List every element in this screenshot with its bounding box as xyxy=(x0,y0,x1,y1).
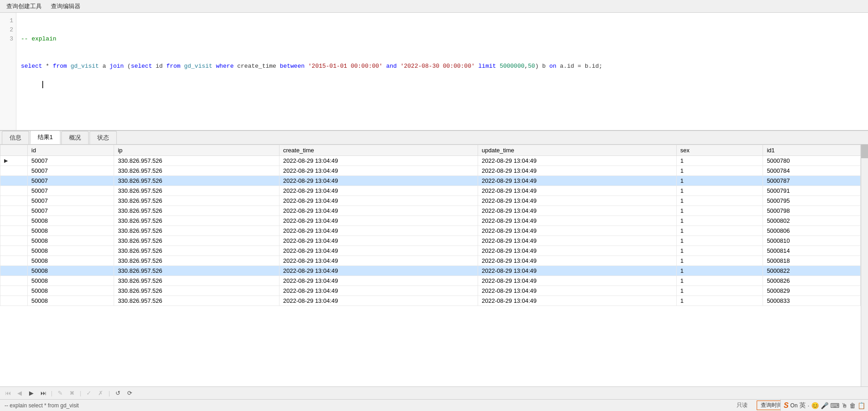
btn-next[interactable]: ▶ xyxy=(26,389,36,398)
table-row[interactable]: 50007330.826.957.5262022-08-29 13:04:492… xyxy=(0,166,861,176)
table-cell: 5000780 xyxy=(763,156,861,166)
table-row[interactable]: 50008330.826.957.5262022-08-29 13:04:492… xyxy=(0,216,861,226)
table-body: ▶50007330.826.957.5262022-08-29 13:04:49… xyxy=(0,156,861,306)
table-cell: 330.826.957.526 xyxy=(114,266,279,276)
table-cell: 330.826.957.526 xyxy=(114,236,279,246)
table-cell: 2022-08-29 13:04:49 xyxy=(478,186,677,196)
table-row[interactable]: 50008330.826.957.5262022-08-29 13:04:492… xyxy=(0,236,861,246)
btn-prev[interactable]: ◀ xyxy=(15,389,25,398)
row-indicator xyxy=(0,226,28,236)
results-table-wrapper[interactable]: id ip create_time update_time sex id1 ▶5… xyxy=(0,145,861,386)
table-cell: 2022-08-29 13:04:49 xyxy=(478,226,677,236)
btn-cancel-edit[interactable]: ✗ xyxy=(96,389,106,398)
menu-query-editor[interactable]: 查询编辑器 xyxy=(46,0,85,12)
col-header-update-time[interactable]: update_time xyxy=(478,145,677,156)
table-cell: 50008 xyxy=(28,296,114,306)
table-row[interactable]: 50007330.826.957.5262022-08-29 13:04:492… xyxy=(0,196,861,206)
col-header-ip[interactable]: ip xyxy=(114,145,279,156)
table-cell: 50007 xyxy=(28,196,114,206)
table-cell: 2022-08-29 13:04:49 xyxy=(478,176,677,186)
table-cell: 50007 xyxy=(28,186,114,196)
row-indicator xyxy=(0,176,28,186)
table-cell: 1 xyxy=(677,176,763,186)
table-row[interactable]: 50007330.826.957.5262022-08-29 13:04:492… xyxy=(0,206,861,216)
table-cell: 5000806 xyxy=(763,226,861,236)
ime-icon-emoji[interactable]: 😊 xyxy=(811,402,819,409)
table-cell: 5000833 xyxy=(763,296,861,306)
table-cell: 2022-08-29 13:04:49 xyxy=(478,246,677,256)
col-header-id1[interactable]: id1 xyxy=(763,145,861,156)
table-cell: 1 xyxy=(677,246,763,256)
table-row[interactable]: 50008330.826.957.5262022-08-29 13:04:492… xyxy=(0,266,861,276)
tab-result1[interactable]: 结果1 xyxy=(30,130,60,144)
table-cell: 330.826.957.526 xyxy=(114,246,279,256)
table-row[interactable]: ▶50007330.826.957.5262022-08-29 13:04:49… xyxy=(0,156,861,166)
col-header-id[interactable]: id xyxy=(28,145,114,156)
btn-refresh2[interactable]: ⟳ xyxy=(125,389,135,398)
table-cell: 50008 xyxy=(28,286,114,296)
table-cell: 1 xyxy=(677,266,763,276)
ime-icon-clipboard[interactable]: 📋 xyxy=(858,402,865,409)
table-cell: 330.826.957.526 xyxy=(114,156,279,166)
table-cell: 50008 xyxy=(28,246,114,256)
table-row[interactable]: 50008330.826.957.5262022-08-29 13:04:492… xyxy=(0,296,861,306)
ime-icon-mouse[interactable]: 🖱 xyxy=(841,402,848,409)
table-row[interactable]: 50008330.826.957.5262022-08-29 13:04:492… xyxy=(0,226,861,236)
btn-add-row[interactable]: ✎ xyxy=(55,389,65,398)
table-cell: 2022-08-29 13:04:49 xyxy=(279,176,478,186)
btn-confirm[interactable]: ✓ xyxy=(84,389,94,398)
table-cell: 2022-08-29 13:04:49 xyxy=(279,226,478,236)
readonly-label: 只读 xyxy=(737,401,748,409)
tab-status[interactable]: 状态 xyxy=(90,131,117,144)
table-cell: 2022-08-29 13:04:49 xyxy=(279,256,478,266)
table-cell: 1 xyxy=(677,276,763,286)
table-row[interactable]: 50007330.826.957.5262022-08-29 13:04:492… xyxy=(0,176,861,186)
ime-on-label[interactable]: On xyxy=(790,402,798,409)
ime-icon-keyboard[interactable]: ⌨ xyxy=(830,402,839,409)
line-number-1: 1 xyxy=(3,16,13,25)
btn-refresh[interactable]: ↺ xyxy=(113,389,123,398)
editor-line-1: -- explain xyxy=(21,35,863,44)
table-cell: 2022-08-29 13:04:49 xyxy=(478,206,677,216)
table-row[interactable]: 50008330.826.957.5262022-08-29 13:04:492… xyxy=(0,246,861,256)
right-scrollbar[interactable] xyxy=(861,145,868,386)
table-cell: 2022-08-29 13:04:49 xyxy=(279,296,478,306)
table-cell: 330.826.957.526 xyxy=(114,206,279,216)
table-row[interactable]: 50008330.826.957.5262022-08-29 13:04:492… xyxy=(0,256,861,266)
table-header-row: id ip create_time update_time sex id1 xyxy=(0,145,861,156)
table-cell: 50008 xyxy=(28,226,114,236)
sogou-logo: S xyxy=(783,401,788,410)
editor-area: 1 2 3 -- explain select * from gd_visit … xyxy=(0,13,868,131)
col-header-sex[interactable]: sex xyxy=(677,145,763,156)
editor-content[interactable]: -- explain select * from gd_visit a join… xyxy=(16,13,868,130)
table-cell: 50008 xyxy=(28,276,114,286)
col-header-create-time[interactable]: create_time xyxy=(279,145,478,156)
ime-icon-mic[interactable]: 🎤 xyxy=(821,402,828,409)
row-indicator xyxy=(0,216,28,226)
table-row[interactable]: 50007330.826.957.5262022-08-29 13:04:492… xyxy=(0,186,861,196)
table-cell: 2022-08-29 13:04:49 xyxy=(478,196,677,206)
table-cell: 50008 xyxy=(28,256,114,266)
tab-overview[interactable]: 概况 xyxy=(61,131,89,144)
btn-first[interactable]: ⏮ xyxy=(3,389,13,398)
table-row[interactable]: 50008330.826.957.5262022-08-29 13:04:492… xyxy=(0,286,861,296)
ime-icon-chinese[interactable]: 英 xyxy=(799,401,806,410)
row-indicator xyxy=(0,166,28,176)
editor-line-3[interactable] xyxy=(42,81,43,88)
table-cell: 50008 xyxy=(28,236,114,246)
ime-icon-trash[interactable]: 🗑 xyxy=(849,402,856,409)
table-cell: 2022-08-29 13:04:49 xyxy=(478,256,677,266)
status-sql-text: -- explain select * from gd_visit xyxy=(5,402,737,409)
table-cell: 5000798 xyxy=(763,206,861,216)
row-indicator xyxy=(0,246,28,256)
row-indicator xyxy=(0,236,28,246)
table-cell: 330.826.957.526 xyxy=(114,196,279,206)
table-cell: 2022-08-29 13:04:49 xyxy=(478,166,677,176)
table-row[interactable]: 50008330.826.957.5262022-08-29 13:04:492… xyxy=(0,276,861,286)
tab-info[interactable]: 信息 xyxy=(2,131,29,144)
btn-delete-row[interactable]: ✖ xyxy=(67,389,77,398)
btn-last[interactable]: ⏭ xyxy=(38,389,48,398)
menu-query-create[interactable]: 查询创建工具 xyxy=(2,0,46,12)
table-cell: 2022-08-29 13:04:49 xyxy=(478,286,677,296)
row-indicator xyxy=(0,206,28,216)
